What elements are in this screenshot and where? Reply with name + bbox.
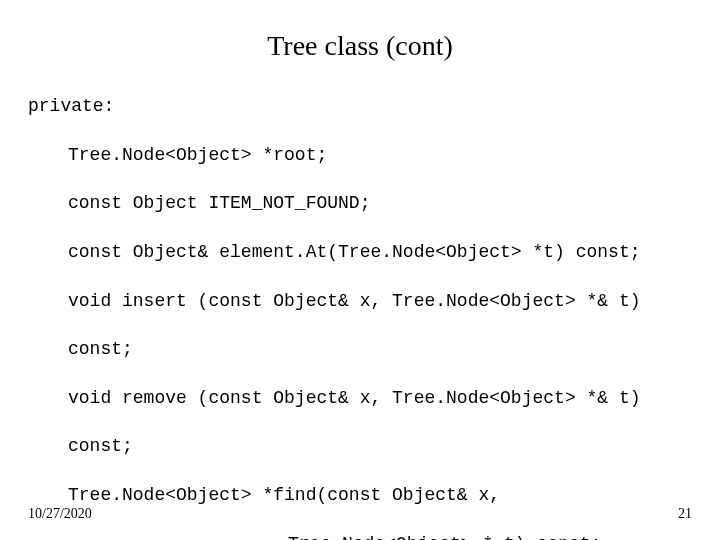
code-line: const Object ITEM_NOT_FOUND; — [68, 191, 692, 215]
slide-title: Tree class (cont) — [28, 30, 692, 62]
code-line: Tree.Node<Object> *find(const Object& x, — [68, 483, 692, 507]
code-line: Tree.Node<Object> *root; — [68, 143, 692, 167]
slide: Tree class (cont) private: Tree.Node<Obj… — [0, 0, 720, 540]
code-line: Tree.Node<Object> * t) const; — [288, 532, 692, 540]
footer-page-number: 21 — [678, 506, 692, 522]
code-line: void insert (const Object& x, Tree.Node<… — [68, 289, 692, 313]
code-line: const Object& element.At(Tree.Node<Objec… — [68, 240, 692, 264]
footer: 10/27/2020 21 — [28, 506, 692, 522]
code-line: const; — [68, 434, 692, 458]
code-line: void remove (const Object& x, Tree.Node<… — [68, 386, 692, 410]
code-line: const; — [68, 337, 692, 361]
code-block: private: Tree.Node<Object> *root; const … — [28, 70, 692, 540]
code-line: private: — [28, 94, 692, 118]
footer-date: 10/27/2020 — [28, 506, 92, 522]
